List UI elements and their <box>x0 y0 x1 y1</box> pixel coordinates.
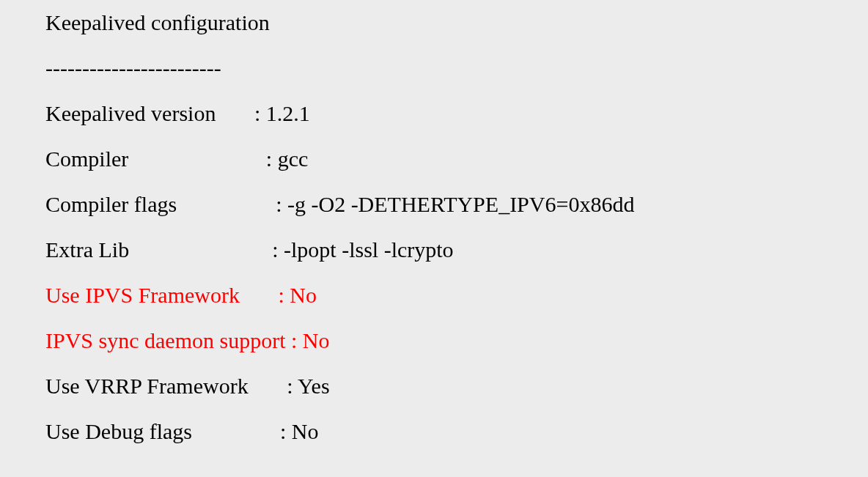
sep: : <box>249 374 298 398</box>
label: Use VRRP Framework <box>45 374 249 398</box>
row-use-vrrp-framework: Use VRRP Framework : Yes <box>45 375 824 397</box>
sep: : <box>192 419 292 443</box>
sep: : <box>285 328 302 352</box>
label: Use IPVS Framework <box>45 283 240 307</box>
config-title: Keepalived configuration <box>45 12 824 34</box>
sep: : <box>129 237 284 262</box>
sep: : <box>177 192 287 216</box>
row-keepalived-version: Keepalived version : 1.2.1 <box>45 103 824 125</box>
row-ipvs-sync-daemon: IPVS sync daemon support : No <box>45 330 824 352</box>
row-use-ipvs-framework: Use IPVS Framework : No <box>45 284 824 306</box>
sep: : <box>240 283 290 307</box>
label: Keepalived version <box>45 101 216 125</box>
label: Compiler <box>45 147 128 171</box>
label: Use Debug flags <box>45 419 192 443</box>
separator-line: ------------------------ <box>45 57 824 79</box>
row-compiler: Compiler : gcc <box>45 148 824 170</box>
label: Compiler flags <box>45 192 177 216</box>
value: -lpopt -lssl -lcrypto <box>284 237 454 262</box>
row-extra-lib: Extra Lib : -lpopt -lssl -lcrypto <box>45 239 824 261</box>
value: No <box>290 283 317 307</box>
label: Extra Lib <box>45 237 129 262</box>
label: IPVS sync daemon support <box>45 328 285 352</box>
sep: : <box>216 101 265 125</box>
value: 1.2.1 <box>266 101 310 125</box>
value: No <box>303 328 330 352</box>
value: gcc <box>278 147 309 171</box>
value: No <box>292 419 319 443</box>
sep: : <box>128 147 277 171</box>
row-use-debug-flags: Use Debug flags : No <box>45 421 824 443</box>
value: Yes <box>298 374 330 398</box>
row-compiler-flags: Compiler flags : -g -O2 -DETHERTYPE_IPV6… <box>45 193 824 215</box>
value: -g -O2 -DETHERTYPE_IPV6=0x86dd <box>287 192 634 216</box>
